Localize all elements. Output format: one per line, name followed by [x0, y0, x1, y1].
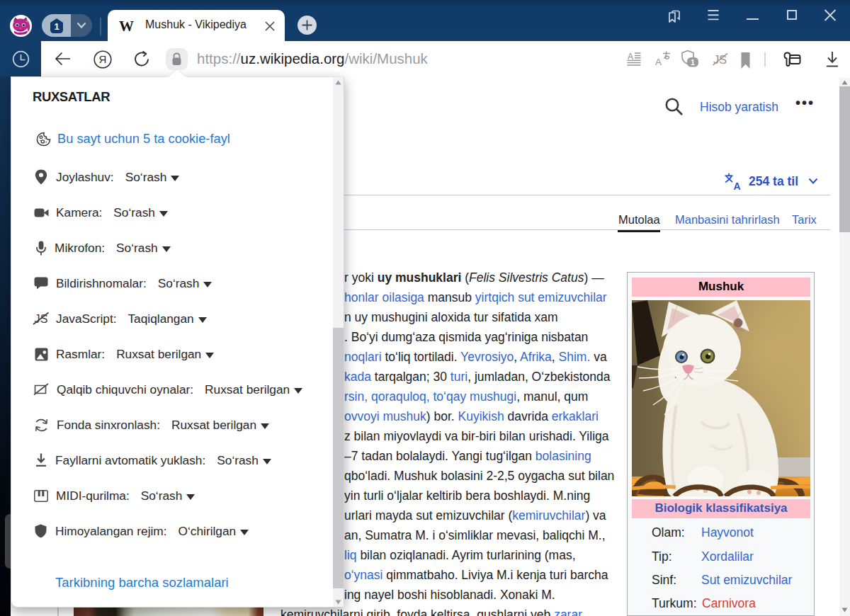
svg-text:A: A [655, 57, 662, 67]
svg-text:1: 1 [691, 58, 695, 67]
svg-text:Я: Я [99, 53, 107, 65]
svg-text:A: A [733, 181, 740, 191]
svg-text:A: A [628, 52, 633, 62]
svg-text:1: 1 [54, 21, 59, 32]
